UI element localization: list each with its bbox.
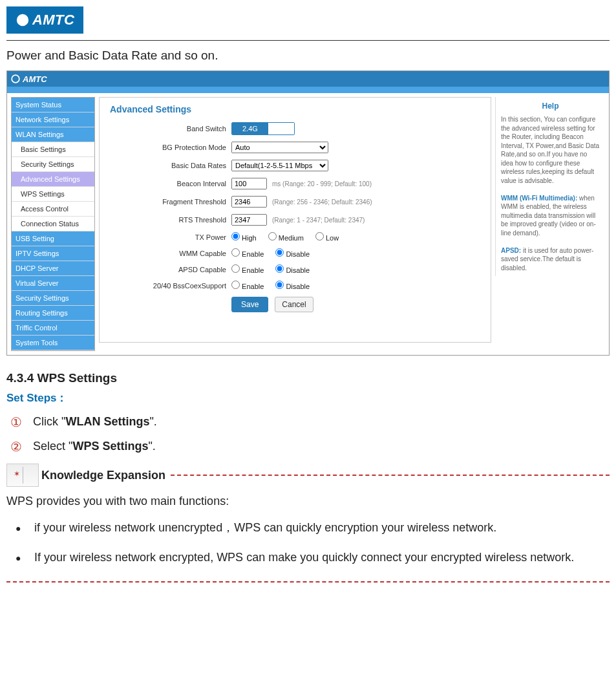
coex-disable[interactable]: Disable — [275, 281, 310, 290]
rts-input[interactable] — [231, 214, 267, 226]
tx-high[interactable]: High — [231, 232, 257, 242]
bg-mode-select[interactable]: Auto — [231, 142, 328, 153]
knowledge-expansion-label: Knowledge Expansion — [41, 469, 165, 482]
band-switch-toggle[interactable]: 2.4G — [231, 122, 295, 135]
tx-label: TX Power — [110, 233, 226, 241]
apsd-enable[interactable]: Enable — [231, 264, 264, 274]
shot-logo-text: AMTC — [23, 74, 47, 84]
sidebar-item-virtual-server[interactable]: Virtual Server — [12, 276, 94, 291]
beacon-hint: ms (Range: 20 - 999; Default: 100) — [272, 180, 372, 187]
ke-bullet-2: ● If your wireless network encrypted, WP… — [16, 547, 610, 568]
beacon-input[interactable] — [231, 178, 267, 189]
cancel-button[interactable]: Cancel — [275, 297, 313, 312]
book-icon — [6, 464, 39, 487]
coex-enable[interactable]: Enable — [231, 281, 264, 290]
wmm-label: WMM Capable — [110, 250, 226, 257]
panel-title: Advanced Settings — [110, 104, 480, 114]
step-2-circle: ② — [10, 439, 30, 454]
apsd-label: APSD Capable — [110, 266, 226, 273]
rts-label: RTS Threshold — [110, 216, 226, 224]
beacon-label: Beacon Interval — [110, 180, 226, 187]
sidebar-item-usb-setting[interactable]: USB Setting — [12, 231, 94, 246]
help-paragraph-1: In this section, You can configure the a… — [501, 115, 600, 185]
coex-label: 20/40 BssCoexSupport — [110, 282, 226, 290]
svg-point-0 — [12, 75, 19, 83]
tx-low[interactable]: Low — [315, 232, 339, 242]
frag-hint: (Range: 256 - 2346; Default: 2346) — [272, 198, 372, 206]
screenshot: AMTC System Status Network Settings WLAN… — [6, 70, 610, 356]
band-switch-active[interactable]: 2.4G — [232, 123, 268, 134]
sidebar-item-wlan-settings[interactable]: WLAN Settings — [12, 127, 94, 142]
bullet-icon: ● — [16, 520, 31, 537]
lead-text: Power and Basic Data Rate and so on. — [6, 48, 610, 63]
shot-header: AMTC — [7, 71, 609, 87]
ke-bullet-1: ● if your wireless network unencrypted，W… — [16, 517, 610, 538]
sidebar-item-network-settings[interactable]: Network Settings — [12, 112, 94, 127]
sidebar-item-iptv-settings[interactable]: IPTV Settings — [12, 246, 94, 261]
brand-text: AMTC — [32, 12, 75, 28]
sidebar-item-security-settings-2[interactable]: Security Settings — [12, 291, 94, 306]
knowledge-expansion-header: Knowledge Expansion — [6, 464, 610, 487]
sidebar-item-system-tools[interactable]: System Tools — [12, 336, 94, 350]
sidebar-item-access-control[interactable]: Access Control — [12, 202, 94, 217]
bg-mode-label: BG Protection Mode — [110, 144, 226, 151]
divider — [6, 40, 610, 41]
settings-panel: Advanced Settings Band Switch 2.4G BG Pr… — [99, 97, 491, 343]
frag-input[interactable] — [231, 196, 267, 208]
recycle-icon — [16, 13, 30, 27]
step-1-circle: ① — [10, 414, 30, 430]
recycle-icon — [11, 74, 20, 83]
apsd-disable[interactable]: Disable — [275, 264, 310, 274]
ke-intro: WPS provides you with two main functions… — [6, 495, 610, 508]
save-button[interactable]: Save — [231, 297, 268, 312]
set-steps-label: Set Steps： — [6, 390, 610, 405]
section-heading: 4.3.4 WPS Settings — [6, 371, 610, 385]
help-panel: Help In this section, You can configure … — [495, 97, 605, 276]
help-title: Help — [501, 101, 600, 111]
wmm-enable[interactable]: Enable — [231, 248, 264, 258]
shot-tab-bar — [7, 87, 609, 93]
sidebar-item-system-status[interactable]: System Status — [12, 98, 94, 112]
sidebar-item-advanced-settings[interactable]: Advanced Settings — [12, 172, 94, 187]
data-rates-label: Basic Data Rates — [110, 162, 226, 169]
data-rates-select[interactable]: Default(1-2-5.5-11 Mbps — [231, 160, 328, 171]
sidebar-item-basic-settings[interactable]: Basic Settings — [12, 142, 94, 157]
bullet-icon: ● — [16, 550, 31, 566]
dashed-line-bottom — [6, 581, 610, 583]
sidebar-item-traffic-control[interactable]: Triffic Control — [12, 321, 94, 336]
dashed-line — [171, 475, 610, 476]
step-2: ② Select "WPS Settings". — [6, 439, 610, 454]
sidebar-item-connection-status[interactable]: Connection Status — [12, 217, 94, 231]
rts-hint: (Range: 1 - 2347; Default: 2347) — [272, 217, 365, 224]
brand-logo: AMTC — [6, 6, 83, 34]
sidebar-item-wps-settings[interactable]: WPS Settings — [12, 187, 94, 202]
help-paragraph-3: APSD: it is used for auto power-saved se… — [501, 246, 600, 273]
sidebar-item-dhcp-server[interactable]: DHCP Server — [12, 261, 94, 276]
sidebar-item-security-settings[interactable]: Security Settings — [12, 157, 94, 172]
band-switch-inactive[interactable] — [268, 123, 294, 134]
band-switch-label: Band Switch — [110, 125, 226, 133]
frag-label: Fragment Threshold — [110, 198, 226, 206]
sidebar: System Status Network Settings WLAN Sett… — [11, 97, 95, 351]
step-1: ① Click "WLAN Settings". — [6, 414, 610, 430]
tx-medium[interactable]: Medium — [268, 232, 304, 242]
help-paragraph-2: WMM (Wi-Fi Multimedia): when WMM is enab… — [501, 194, 600, 238]
sidebar-item-routing-settings[interactable]: Routing Settings — [12, 306, 94, 321]
wmm-disable[interactable]: Disable — [275, 248, 310, 258]
